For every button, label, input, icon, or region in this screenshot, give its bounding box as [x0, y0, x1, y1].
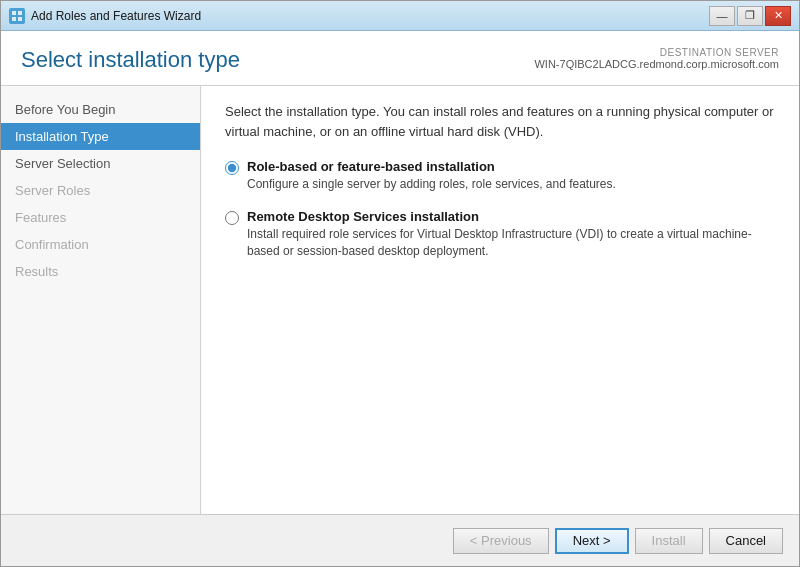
sidebar-item-features: Features	[1, 204, 200, 231]
sidebar-item-results: Results	[1, 258, 200, 285]
radio-remote-desktop[interactable]	[225, 211, 239, 225]
server-name: WIN-7QIBC2LADCG.redmond.corp.microsoft.c…	[534, 58, 779, 70]
title-bar-controls: — ❐ ✕	[709, 6, 791, 26]
radio-option-remote-desktop: Remote Desktop Services installation Ins…	[225, 209, 775, 260]
radio-label-role-based: Role-based or feature-based installation…	[247, 159, 616, 193]
content-description: Select the installation type. You can in…	[225, 102, 775, 141]
title-bar-left: Add Roles and Features Wizard	[9, 8, 201, 24]
radio-role-based[interactable]	[225, 161, 239, 175]
svg-rect-1	[18, 11, 22, 15]
next-button[interactable]: Next >	[555, 528, 629, 554]
restore-button[interactable]: ❐	[737, 6, 763, 26]
page-header: Select installation type DESTINATION SER…	[1, 31, 799, 86]
install-button[interactable]: Install	[635, 528, 703, 554]
previous-button[interactable]: < Previous	[453, 528, 549, 554]
content-area: Select the installation type. You can in…	[201, 86, 799, 514]
page-title: Select installation type	[21, 47, 240, 73]
destination-server-info: DESTINATION SERVER WIN-7QIBC2LADCG.redmo…	[534, 47, 779, 70]
close-button[interactable]: ✕	[765, 6, 791, 26]
svg-rect-0	[12, 11, 16, 15]
wizard-window: Add Roles and Features Wizard — ❐ ✕ Sele…	[0, 0, 800, 567]
window-title: Add Roles and Features Wizard	[31, 9, 201, 23]
sidebar: Before You Begin Installation Type Serve…	[1, 86, 201, 514]
radio-option-role-based: Role-based or feature-based installation…	[225, 159, 775, 193]
sidebar-item-server-selection[interactable]: Server Selection	[1, 150, 200, 177]
sidebar-item-before-you-begin[interactable]: Before You Begin	[1, 96, 200, 123]
destination-label: DESTINATION SERVER	[534, 47, 779, 58]
sidebar-item-installation-type[interactable]: Installation Type	[1, 123, 200, 150]
cancel-button[interactable]: Cancel	[709, 528, 783, 554]
footer: < Previous Next > Install Cancel	[1, 514, 799, 566]
radio-desc-role-based: Configure a single server by adding role…	[247, 176, 616, 193]
radio-title-role-based[interactable]: Role-based or feature-based installation	[247, 159, 616, 174]
app-icon	[9, 8, 25, 24]
sidebar-item-server-roles: Server Roles	[1, 177, 200, 204]
sidebar-item-confirmation: Confirmation	[1, 231, 200, 258]
body-area: Before You Begin Installation Type Serve…	[1, 86, 799, 514]
title-bar: Add Roles and Features Wizard — ❐ ✕	[1, 1, 799, 31]
svg-rect-2	[12, 17, 16, 21]
svg-rect-3	[18, 17, 22, 21]
radio-title-remote-desktop[interactable]: Remote Desktop Services installation	[247, 209, 775, 224]
main-content: Select installation type DESTINATION SER…	[1, 31, 799, 566]
minimize-button[interactable]: —	[709, 6, 735, 26]
radio-label-remote-desktop: Remote Desktop Services installation Ins…	[247, 209, 775, 260]
radio-desc-remote-desktop: Install required role services for Virtu…	[247, 226, 775, 260]
